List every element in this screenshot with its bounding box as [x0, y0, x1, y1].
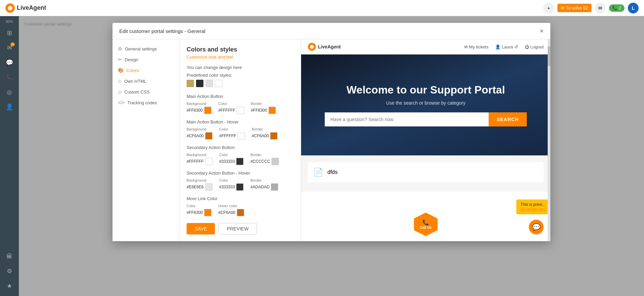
- sidebar-item-contacts[interactable]: 👤: [3, 100, 16, 114]
- chat-widget[interactable]: 💬: [529, 220, 544, 234]
- portal-logout[interactable]: ⏻ Logout: [525, 44, 544, 49]
- sidebar-item-tickets[interactable]: ✉ 4: [3, 41, 16, 54]
- input-row-color-main: #FFFFFF: [218, 107, 244, 114]
- call-button[interactable]: 📞 2: [609, 4, 624, 12]
- swatch-link-hover[interactable]: [237, 209, 244, 216]
- sidebar-custom-css[interactable]: ◇ Custom CSS: [112, 86, 180, 97]
- hex-bg-main: #FF8300: [187, 108, 203, 113]
- preset-white[interactable]: [215, 80, 222, 87]
- portal-search-input[interactable]: [325, 112, 489, 126]
- swatch-border-secondary-hover[interactable]: [271, 183, 278, 191]
- portal-search: SEARCH: [325, 112, 527, 126]
- modal-content: Colors and styles Customize look and fee…: [180, 39, 550, 241]
- swatch-border-secondary[interactable]: [271, 158, 279, 165]
- liveagent-logo-icon: [5, 3, 15, 13]
- label-border-main: Border: [251, 102, 276, 106]
- hex-border-main: #FF8300: [251, 108, 267, 113]
- preview-button[interactable]: PREVIEW: [218, 223, 257, 234]
- content-area: Customer portal settings Edit customer p…: [19, 16, 644, 296]
- button-row: SAVE PREVIEW: [187, 223, 294, 234]
- user-avatar[interactable]: L: [628, 3, 639, 13]
- section-title-secondary-hover: Secondary Action Button - Hover: [187, 171, 294, 176]
- section-title-link: More Link Color: [187, 196, 294, 201]
- settings-title: Colors and styles: [187, 46, 294, 53]
- swatch-border-main[interactable]: [268, 107, 276, 114]
- swatch-bg-secondary[interactable]: [205, 158, 213, 165]
- scrollbar-thumb: [548, 46, 550, 66]
- sidebar-item-reports[interactable]: ◎: [3, 85, 16, 99]
- label-color-main: Color: [218, 102, 244, 106]
- colors-icon: 🎨: [118, 68, 124, 73]
- more-link-color-section: More Link Color Color #FF8300: [187, 196, 294, 216]
- portal-hero-title: Welcome to our Support Portal: [347, 83, 505, 96]
- sidebar-item-settings[interactable]: ⚙: [3, 264, 16, 278]
- secondary-action-button-section: Secondary Action Button Background #FFFF…: [187, 145, 294, 165]
- sidebar-general-settings[interactable]: ⚙ General settings: [112, 43, 180, 54]
- preview-badge-text: This is previ...: [520, 202, 545, 207]
- swatch-color-main[interactable]: [237, 107, 244, 114]
- section-title-secondary: Secondary Action Button: [187, 145, 294, 150]
- section-title-main: Main Action Button: [187, 94, 294, 99]
- modal-close-button[interactable]: ×: [540, 28, 544, 34]
- sidebar-item-extensions[interactable]: ★: [3, 279, 16, 293]
- gear-icon: ⚙: [118, 46, 122, 51]
- tickets-badge: 4: [10, 42, 15, 46]
- portal-user[interactable]: 👤 Laura ↺: [495, 44, 518, 49]
- color-row-hover: Background #CF6A00 Color: [187, 127, 294, 140]
- portal-nav: ✉ My tickets 👤 Laura ↺ ⏻ Logout: [464, 44, 544, 49]
- swatch-border-hover[interactable]: [270, 132, 278, 140]
- add-button[interactable]: +: [543, 3, 554, 13]
- main-layout: 80% ⊞ ✉ 4 💬 📞 ◎ 👤 🏛 ⚙ ★ Customer portal …: [0, 16, 644, 296]
- css-icon: ◇: [118, 89, 122, 95]
- messages-button[interactable]: ✉: [595, 3, 606, 13]
- main-action-button-section: Main Action Button Background #FF8300: [187, 94, 294, 114]
- swatch-bg-hover[interactable]: [205, 132, 213, 140]
- swatch-color-hover[interactable]: [237, 132, 245, 140]
- field-bg-hover: Background #CF6A00: [187, 127, 213, 140]
- nav-right: + ✉ To solve 52 ✉ 📞 2 L: [543, 3, 639, 13]
- portal-header: LiveAgent ✉ My tickets 👤 Laura ↺ ⏻ Logou…: [301, 39, 550, 54]
- chat-widget-icon: 💬: [532, 223, 541, 231]
- predefined-label: Predefined color styles:: [187, 73, 294, 78]
- sidebar-item-chat[interactable]: 💬: [3, 56, 16, 69]
- preview-badge-link[interactable]: Go to live ve...: [520, 207, 546, 212]
- sidebar-tracking-codes[interactable]: </> Tracking codes: [112, 97, 180, 108]
- preset-dark[interactable]: [196, 80, 203, 87]
- input-row-border-main: #FF8300: [251, 107, 276, 114]
- settings-desc: You can change design here: [187, 65, 294, 70]
- preview-scrollbar[interactable]: [548, 39, 550, 241]
- call-us-hexagon[interactable]: 📞 Call Us: [412, 211, 439, 238]
- swatch-color-secondary-hover[interactable]: [236, 183, 244, 191]
- swatch-link-color[interactable]: [204, 209, 212, 216]
- to-solve-button[interactable]: ✉ To solve 52: [557, 4, 591, 12]
- sidebar-colors[interactable]: 🎨 Colors: [112, 65, 180, 76]
- section-title-hover: Main Action Button - Hover: [187, 119, 294, 124]
- preset-light[interactable]: [205, 80, 213, 87]
- portal-search-button[interactable]: SEARCH: [489, 112, 527, 126]
- sidebar-own-html[interactable]: ◇ Own HTML: [112, 76, 180, 86]
- swatch-color-secondary[interactable]: [236, 158, 244, 165]
- field-color-main: Color #FFFFFF: [218, 102, 244, 114]
- modal-overlay: Edit customer portal settings - General …: [19, 16, 644, 296]
- save-button[interactable]: SAVE: [187, 223, 215, 234]
- portal-logo-text: LiveAgent: [318, 44, 341, 49]
- field-border-hover: Border #CF6A00: [252, 127, 278, 140]
- sidebar-item-dashboard[interactable]: ⊞: [3, 26, 16, 40]
- swatch-bg-main[interactable]: [204, 107, 212, 114]
- logo-text: LiveAgent: [17, 4, 46, 11]
- color-presets: [187, 80, 294, 87]
- top-nav: LiveAgent + ✉ To solve 52 ✉ 📞 2 L: [0, 0, 644, 16]
- modal-sidebar: ⚙ General settings ✏ Design 🎨 Colors: [112, 39, 180, 241]
- sidebar-item-call[interactable]: 📞: [3, 71, 16, 84]
- portal-my-tickets[interactable]: ✉ My tickets: [464, 44, 488, 49]
- preview-panel: LiveAgent ✉ My tickets 👤 Laura ↺ ⏻ Logou…: [301, 39, 550, 241]
- preset-gold[interactable]: [187, 80, 194, 87]
- swatch-bg-secondary-hover[interactable]: [205, 183, 213, 191]
- left-sidebar: 80% ⊞ ✉ 4 💬 📞 ◎ 👤 🏛 ⚙ ★: [0, 16, 19, 296]
- logo-area: LiveAgent: [5, 3, 46, 13]
- field-bg-main: Background #FF8300: [187, 102, 212, 114]
- sidebar-item-bank[interactable]: 🏛: [3, 250, 16, 263]
- input-row-bg-main: #FF8300: [187, 107, 212, 114]
- modal-title: Edit customer portal settings - General: [119, 28, 205, 34]
- sidebar-design[interactable]: ✏ Design: [112, 54, 180, 65]
